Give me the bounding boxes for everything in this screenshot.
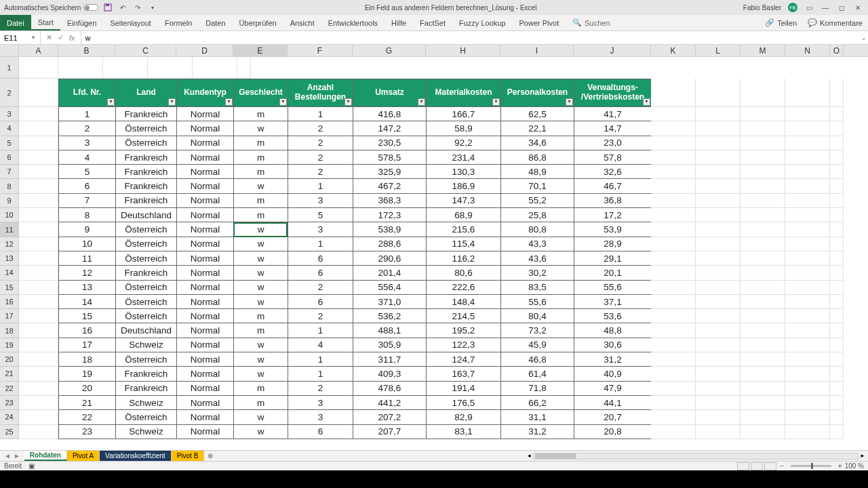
table-cell[interactable]: 368,3 — [353, 194, 426, 208]
row-header[interactable]: 19 — [0, 338, 19, 352]
row-header[interactable]: 23 — [0, 396, 19, 410]
table-header[interactable]: Verwaltungs-/Vertriebskosten▼ — [574, 79, 651, 107]
table-cell[interactable]: 28,9 — [574, 237, 651, 251]
horizontal-scrollbar[interactable]: ◄ ► — [216, 451, 868, 461]
table-cell[interactable]: w — [233, 425, 288, 439]
user-name[interactable]: Fabio Basler — [743, 4, 781, 12]
table-cell[interactable]: Frankreich — [115, 194, 176, 208]
table-cell[interactable]: 44,1 — [574, 396, 651, 410]
cell[interactable] — [741, 251, 785, 266]
cell[interactable] — [696, 251, 741, 266]
table-cell[interactable]: 409,3 — [353, 367, 426, 381]
filter-dropdown-icon[interactable]: ▼ — [168, 98, 176, 106]
column-header[interactable]: G — [353, 45, 426, 56]
table-cell[interactable]: m — [233, 165, 288, 179]
cell[interactable] — [741, 295, 785, 309]
cell[interactable] — [19, 222, 58, 237]
cell[interactable] — [785, 107, 830, 121]
table-cell[interactable]: 231,4 — [426, 150, 500, 165]
table-cell[interactable]: 18 — [58, 352, 115, 367]
row-header[interactable]: 22 — [0, 382, 19, 396]
row-header[interactable]: 10 — [0, 208, 19, 222]
row-header[interactable]: 9 — [0, 194, 19, 208]
cell[interactable] — [19, 352, 58, 367]
cell[interactable] — [741, 396, 785, 410]
cell[interactable] — [830, 396, 844, 410]
table-cell[interactable]: 45,9 — [500, 338, 574, 352]
table-cell[interactable]: 8 — [58, 208, 115, 222]
chevron-down-icon[interactable]: ▼ — [31, 35, 36, 41]
row-header[interactable]: 25 — [0, 425, 19, 439]
cell[interactable] — [741, 382, 785, 396]
table-cell[interactable]: 80,4 — [500, 309, 574, 323]
table-cell[interactable]: 41,7 — [574, 107, 651, 121]
table-cell[interactable]: 1 — [288, 237, 353, 251]
cell[interactable] — [696, 222, 741, 237]
cell[interactable] — [696, 266, 741, 280]
table-cell[interactable]: 191,4 — [426, 382, 500, 396]
table-cell[interactable]: 1 — [288, 352, 353, 367]
ribbon-tab-daten[interactable]: Daten — [199, 15, 232, 30]
table-cell[interactable]: Normal — [176, 251, 233, 266]
table-cell[interactable]: Normal — [176, 338, 233, 352]
cell[interactable] — [19, 194, 58, 208]
table-cell[interactable]: Österreich — [115, 295, 176, 309]
row-header[interactable]: 3 — [0, 107, 19, 121]
sheet-nav-prev-icon[interactable]: ◄ — [4, 452, 11, 460]
cell[interactable] — [785, 266, 830, 280]
row-header[interactable]: 7 — [0, 165, 19, 179]
table-cell[interactable]: 37,1 — [574, 295, 651, 309]
cell[interactable] — [785, 281, 830, 295]
table-header[interactable]: AnzahlBestellungen▼ — [288, 79, 353, 107]
cell[interactable] — [830, 338, 844, 352]
column-header[interactable]: O — [830, 45, 844, 56]
table-cell[interactable]: Normal — [176, 281, 233, 295]
cell[interactable] — [830, 281, 844, 295]
table-cell[interactable]: Österreich — [115, 136, 176, 150]
cell[interactable] — [741, 79, 785, 107]
table-cell[interactable]: 31,2 — [500, 425, 574, 439]
cell[interactable] — [19, 251, 58, 266]
table-cell[interactable]: Frankreich — [115, 107, 176, 121]
cell[interactable] — [741, 425, 785, 439]
table-cell[interactable]: Österreich — [115, 222, 176, 237]
row-header[interactable]: 15 — [0, 281, 19, 295]
row-header[interactable]: 18 — [0, 323, 19, 338]
cell[interactable] — [696, 121, 741, 136]
table-cell[interactable]: 4 — [288, 338, 353, 352]
zoom-slider[interactable] — [791, 465, 831, 467]
table-cell[interactable]: 73,2 — [500, 323, 574, 338]
cell[interactable] — [19, 323, 58, 338]
table-header[interactable]: Lfd. Nr.▼ — [58, 79, 115, 107]
cell[interactable] — [19, 338, 58, 352]
table-cell[interactable]: 43,3 — [500, 237, 574, 251]
user-avatar[interactable]: FB — [788, 3, 797, 12]
table-cell[interactable]: 5 — [58, 165, 115, 179]
cell[interactable] — [741, 165, 785, 179]
cell[interactable] — [830, 367, 844, 381]
table-cell[interactable]: w — [233, 266, 288, 280]
table-cell[interactable]: 1 — [288, 367, 353, 381]
table-cell[interactable]: Normal — [176, 382, 233, 396]
cell[interactable] — [830, 309, 844, 323]
table-cell[interactable]: 4 — [58, 150, 115, 165]
cell[interactable] — [19, 79, 58, 107]
cell[interactable] — [785, 222, 830, 237]
column-header[interactable]: A — [19, 45, 58, 56]
cell[interactable] — [785, 367, 830, 381]
table-cell[interactable]: w — [233, 222, 288, 237]
table-cell[interactable]: 371,0 — [353, 295, 426, 309]
cell[interactable] — [830, 425, 844, 439]
cell[interactable] — [696, 323, 741, 338]
cell[interactable] — [785, 179, 830, 193]
table-cell[interactable]: 6 — [288, 295, 353, 309]
table-cell[interactable]: w — [233, 121, 288, 136]
autosave-toggle[interactable]: Automatisches Speichern — [4, 4, 98, 12]
cell[interactable] — [651, 208, 696, 222]
table-cell[interactable]: 34,6 — [500, 136, 574, 150]
share-button[interactable]: 🔗 Teilen — [760, 15, 802, 30]
table-cell[interactable]: 6 — [288, 425, 353, 439]
cell[interactable] — [696, 281, 741, 295]
table-cell[interactable]: 230,5 — [353, 136, 426, 150]
table-cell[interactable]: 57,8 — [574, 150, 651, 165]
